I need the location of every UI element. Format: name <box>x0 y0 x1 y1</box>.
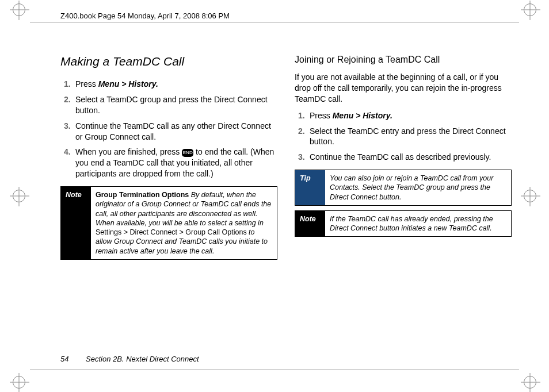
step-1: 1. Press Menu > History. <box>60 79 277 90</box>
tip-callout: Tip You can also join or rejoin a TeamDC… <box>295 170 512 206</box>
section-title: Section 2B. Nextel Direct Connect <box>86 355 199 363</box>
page-footer: 54 Section 2B. Nextel Direct Connect <box>60 355 199 363</box>
note-lead: Group Termination Options <box>96 191 189 199</box>
step-text: Continue the TeamDC call as any other Di… <box>75 121 271 141</box>
step-text: Select the TeamDC entry and press the Di… <box>310 126 506 147</box>
crop-mark-icon <box>13 376 25 389</box>
crop-mark-icon <box>524 376 536 389</box>
note-body: Group Termination Options By default, wh… <box>91 187 277 259</box>
step-text: Select a TeamDC group and press the Dire… <box>75 95 268 115</box>
step-text: When you are finished, press <box>75 147 182 156</box>
step-number: 1. <box>298 110 305 121</box>
right-column: Joining or Rejoining a TeamDC Call If yo… <box>295 55 512 352</box>
steps-list: 1. Press Menu > History. 2. Select a Tea… <box>60 79 277 179</box>
steps-list: 1. Press Menu > History. 2. Select the T… <box>295 110 512 163</box>
frame-line <box>30 370 519 370</box>
step-2: 2. Select a TeamDC group and press the D… <box>60 94 277 116</box>
tip-label: Tip <box>295 170 325 205</box>
heading-joining-call: Joining or Rejoining a TeamDC Call <box>295 55 512 65</box>
crop-mark-icon <box>524 190 536 202</box>
crop-mark-icon <box>13 3 25 16</box>
intro-paragraph: If you are not available at the beginnin… <box>295 72 512 105</box>
note-body: If the TeamDC call has already ended, pr… <box>325 211 511 237</box>
step-number: 3. <box>64 121 71 132</box>
tip-body: You can also join or rejoin a TeamDC cal… <box>325 170 511 205</box>
step-1: 1. Press Menu > History. <box>295 110 512 121</box>
step-number: 2. <box>298 126 305 137</box>
crop-mark-icon <box>13 190 25 202</box>
step-3: 3. Continue the TeamDC call as any other… <box>60 121 277 143</box>
step-text: Press <box>310 111 333 120</box>
menu-path: Menu > History. <box>98 79 158 89</box>
heading-making-call: Making a TeamDC Call <box>60 55 277 68</box>
step-3: 3. Continue the TeamDC call as described… <box>295 152 512 163</box>
page-number: 54 <box>60 355 68 363</box>
step-number: 4. <box>64 147 71 157</box>
step-4: 4. When you are finished, press END to e… <box>60 147 277 179</box>
crop-mark-icon <box>524 3 536 16</box>
settings-path: Settings > Direct Connect > Group Call O… <box>96 228 247 236</box>
page-body: Making a TeamDC Call 1. Press Menu > His… <box>60 55 512 352</box>
step-text: Continue the TeamDC call as described pr… <box>310 152 491 162</box>
note-callout: Note Group Termination Options By defaul… <box>60 186 277 260</box>
left-column: Making a TeamDC Call 1. Press Menu > His… <box>60 55 277 352</box>
step-number: 3. <box>298 152 305 163</box>
running-head: Z400.book Page 54 Monday, April 7, 2008 … <box>60 11 230 20</box>
step-text: Press <box>75 79 98 89</box>
note-label: Note <box>295 211 325 237</box>
menu-path: Menu > History. <box>333 111 392 120</box>
step-number: 2. <box>64 94 71 105</box>
note-label: Note <box>61 187 91 259</box>
note-callout: Note If the TeamDC call has already ende… <box>295 210 512 237</box>
step-2: 2. Select the TeamDC entry and press the… <box>295 126 512 148</box>
end-call-icon: END <box>182 149 193 157</box>
step-number: 1. <box>64 79 71 90</box>
frame-line <box>30 22 519 22</box>
